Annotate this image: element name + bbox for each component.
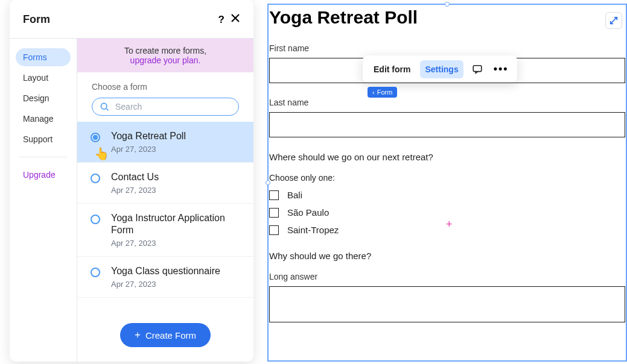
page-title: Yoga Retreat Poll [269,7,625,28]
upgrade-link[interactable]: upgrade your plan. [87,55,244,65]
why-question: Why should we go there? [269,251,625,261]
svg-point-2 [101,103,107,109]
tab-support[interactable]: Support [16,130,71,148]
chevron-left-icon: ‹ [372,89,375,96]
form-item-contact-us[interactable]: Contact Us Apr 27, 2023 [77,163,253,204]
create-form-button[interactable]: + Create Form [120,323,211,347]
panel-title: Form [23,13,50,26]
last-name-field[interactable] [269,112,625,137]
form-title: Contact Us [111,171,159,184]
tab-forms[interactable]: Forms [16,48,71,66]
element-toolbar: Edit form Settings ••• [363,55,517,83]
option-label: Bali [287,190,302,200]
form-item-yoga-class-questionnaire[interactable]: Yoga Class questionnaire Apr 27, 2023 [77,257,253,298]
option-label: São Paulo [287,207,329,218]
svg-line-3 [106,108,108,110]
expand-icon [609,16,618,25]
form-title: Yoga Class questionnaire [111,265,220,278]
choose-one-label: Choose only one: [269,173,625,183]
option-label: Saint-Tropez [287,225,339,235]
tab-manage[interactable]: Manage [16,110,71,128]
panel-header: Form ? [10,0,253,39]
form-date: Apr 27, 2023 [111,145,186,154]
plus-icon: + [135,329,141,341]
form-date: Apr 27, 2023 [111,280,220,289]
form-item-yoga-instructor-application[interactable]: Yoga Instructor Application Form Apr 27,… [77,204,253,257]
form-preview: Yoga Retreat Poll First name Last name W… [269,7,625,322]
form-date: Apr 27, 2023 [111,186,159,195]
close-icon[interactable] [231,13,240,26]
tab-design[interactable]: Design [16,89,71,107]
resize-handle-top[interactable] [445,2,450,7]
form-date: Apr 27, 2023 [111,239,240,248]
expand-button[interactable] [605,12,622,29]
breadcrumb-tag[interactable]: ‹ Form [368,87,397,98]
radio-icon[interactable] [91,174,100,183]
form-title: Yoga Retreat Poll [111,130,186,143]
form-title: Yoga Instructor Application Form [111,212,240,237]
upgrade-banner: To create more forms, upgrade your plan. [77,39,253,72]
edit-form-button[interactable]: Edit form [369,60,415,78]
radio-icon[interactable] [91,215,100,224]
tab-upgrade[interactable]: Upgrade [16,166,71,184]
choose-form-label: Choose a form [77,72,253,98]
svg-rect-4 [473,65,482,71]
search-box[interactable] [92,98,239,116]
search-icon [100,102,109,111]
radio-icon[interactable] [91,268,100,277]
cursor-hand-icon: 👆 [94,146,109,161]
checkbox-icon[interactable] [269,208,279,218]
canvas: Yoga Retreat Poll First name Last name W… [267,0,627,364]
checkbox-icon[interactable] [269,190,279,200]
breadcrumb-label: Form [377,89,393,96]
retreat-question: Where should we go on our next retreat? [269,152,625,162]
add-element-marker[interactable]: + [446,218,453,231]
tab-layout[interactable]: Layout [16,69,71,87]
option-row-sao-paulo[interactable]: São Paulo [269,207,625,218]
divider [19,157,67,157]
search-input[interactable] [115,102,231,111]
checkbox-icon[interactable] [269,225,279,235]
create-form-label: Create Form [145,330,196,340]
option-row-bali[interactable]: Bali [269,190,625,200]
settings-button[interactable]: Settings [420,60,463,78]
last-name-label: Last name [269,98,625,107]
side-tabs: Forms Layout Design Manage Support Upgra… [10,39,77,362]
first-name-label: First name [269,43,625,53]
radio-icon[interactable] [91,133,100,142]
form-panel: Form ? Forms Layout Design Manage Suppor… [10,0,253,362]
banner-line1: To create more forms, [87,46,244,55]
help-icon[interactable]: ? [218,14,224,26]
comment-icon[interactable] [468,61,486,77]
long-answer-field[interactable] [269,286,625,322]
long-answer-label: Long answer [269,272,625,281]
more-icon[interactable]: ••• [491,63,511,75]
